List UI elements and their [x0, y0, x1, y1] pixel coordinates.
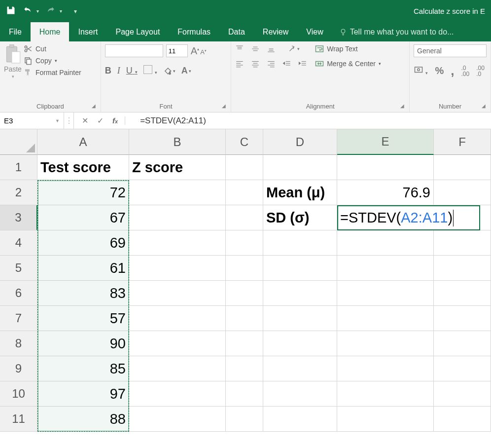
cell[interactable]	[337, 381, 434, 407]
font-size-input[interactable]	[166, 44, 188, 57]
formula-bar[interactable]: =STDEV(A2:A11)	[133, 116, 213, 126]
cell[interactable]	[129, 180, 226, 205]
fill-color-button[interactable]: ▾	[163, 67, 175, 75]
cell[interactable]	[226, 356, 263, 381]
cell[interactable]	[129, 407, 226, 432]
row-header[interactable]: 9	[0, 356, 37, 381]
cell[interactable]: Z score	[129, 155, 226, 180]
cell[interactable]	[226, 331, 263, 356]
align-bottom-icon[interactable]	[267, 44, 276, 53]
merge-center-button[interactable]: Merge & Center ▾	[315, 59, 381, 68]
cell[interactable]	[337, 356, 434, 381]
cell[interactable]	[337, 306, 434, 331]
cell[interactable]	[129, 306, 226, 331]
row-header[interactable]: 3	[0, 205, 37, 230]
row-header[interactable]: 11	[0, 407, 37, 432]
orientation-button[interactable]: ▾	[287, 44, 300, 53]
tab-pagelayout[interactable]: Page Layout	[106, 22, 169, 41]
col-header[interactable]: F	[434, 129, 491, 155]
cell[interactable]	[263, 407, 337, 432]
cell[interactable]	[226, 230, 263, 256]
cell[interactable]	[263, 230, 337, 256]
align-center-icon[interactable]	[251, 59, 260, 68]
col-header[interactable]: D	[263, 129, 337, 155]
tab-review[interactable]: Review	[254, 22, 297, 41]
cell[interactable]	[226, 205, 263, 230]
cell[interactable]	[263, 356, 337, 381]
cell[interactable]	[226, 256, 263, 281]
row-header[interactable]: 7	[0, 306, 37, 331]
tab-file[interactable]: File	[0, 22, 31, 41]
row-header[interactable]: 6	[0, 281, 37, 306]
qat-customize[interactable]: ▾	[74, 8, 77, 15]
italic-button[interactable]: I	[117, 66, 120, 76]
cell[interactable]	[263, 256, 337, 281]
cancel-formula-button[interactable]: ✕	[82, 116, 88, 125]
font-name-input[interactable]	[105, 44, 163, 57]
row-header[interactable]: 1	[0, 155, 37, 180]
cell[interactable]: Test score	[37, 155, 129, 180]
cell[interactable]	[226, 180, 263, 205]
cell[interactable]: 67	[37, 205, 129, 230]
tab-formulas[interactable]: Formulas	[169, 22, 219, 41]
copy-button[interactable]: Copy▾	[24, 56, 81, 65]
number-launcher[interactable]: ◢	[482, 103, 489, 110]
cell[interactable]	[226, 306, 263, 331]
cell[interactable]	[434, 256, 491, 281]
cell[interactable]	[263, 306, 337, 331]
cell[interactable]: 72	[37, 180, 129, 205]
fx-icon[interactable]: fx	[112, 116, 125, 125]
row-header[interactable]: 2	[0, 180, 37, 205]
comma-button[interactable]: ,	[451, 63, 454, 78]
decrease-font-icon[interactable]: A▾	[200, 48, 207, 56]
cell[interactable]	[263, 155, 337, 180]
cell[interactable]	[337, 407, 434, 432]
bold-button[interactable]: B	[105, 66, 111, 76]
cell[interactable]	[129, 281, 226, 306]
undo-icon[interactable]	[23, 5, 33, 17]
cell[interactable]: 88	[37, 407, 129, 432]
cell[interactable]	[226, 407, 263, 432]
cell[interactable]	[434, 230, 491, 256]
cell[interactable]	[129, 331, 226, 356]
row-header[interactable]: 8	[0, 331, 37, 356]
cell[interactable]	[129, 230, 226, 256]
cut-button[interactable]: Cut	[24, 44, 81, 53]
cell[interactable]	[129, 381, 226, 407]
cell[interactable]: 57	[37, 306, 129, 331]
align-middle-icon[interactable]	[251, 44, 260, 53]
percent-button[interactable]: %	[435, 65, 444, 76]
name-box[interactable]: E3 ▼	[0, 112, 64, 129]
col-header[interactable]: E	[337, 129, 434, 155]
tab-home[interactable]: Home	[31, 22, 70, 41]
cell[interactable]	[434, 356, 491, 381]
decrease-decimal-button[interactable]: .0.00	[461, 65, 469, 77]
col-header[interactable]: B	[129, 129, 226, 155]
redo-dropdown[interactable]: ▾	[60, 8, 62, 14]
cell[interactable]: 85	[37, 356, 129, 381]
save-icon[interactable]	[6, 5, 16, 17]
cell[interactable]	[226, 155, 263, 180]
select-all-corner[interactable]	[0, 129, 37, 155]
accounting-format-button[interactable]: ▾	[414, 66, 428, 76]
cell[interactable]	[337, 230, 434, 256]
increase-indent-icon[interactable]	[298, 59, 307, 68]
cell[interactable]	[434, 180, 491, 205]
cell[interactable]	[129, 205, 226, 230]
cell[interactable]	[129, 256, 226, 281]
increase-decimal-button[interactable]: .00.0	[476, 65, 485, 77]
underline-button[interactable]: U ▾	[126, 66, 138, 76]
cell[interactable]	[434, 155, 491, 180]
cell[interactable]	[263, 281, 337, 306]
cell[interactable]	[434, 381, 491, 407]
border-button[interactable]: ▾	[143, 65, 157, 76]
align-right-icon[interactable]	[267, 59, 276, 68]
increase-font-icon[interactable]: A▴	[191, 45, 199, 57]
undo-dropdown[interactable]: ▾	[36, 8, 39, 14]
cell[interactable]: 61	[37, 256, 129, 281]
cell[interactable]: 90	[37, 331, 129, 356]
cell[interactable]	[337, 155, 434, 180]
cell-editor[interactable]: =STDEV(A2:A11)	[337, 205, 480, 230]
col-header[interactable]: C	[226, 129, 263, 155]
wrap-text-button[interactable]: Wrap Text	[315, 44, 381, 53]
